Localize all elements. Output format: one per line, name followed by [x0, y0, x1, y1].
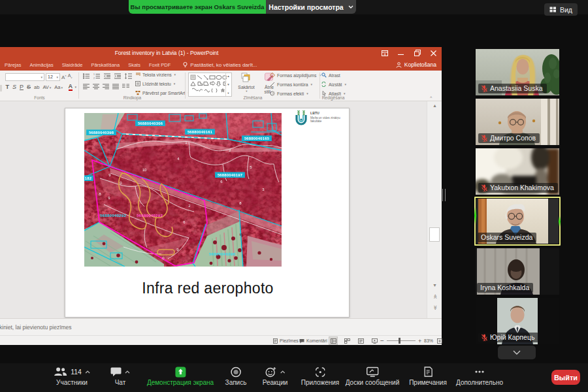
shape-outline-button[interactable]: Formas kontūra▾	[270, 82, 312, 87]
columns-icon[interactable]	[122, 84, 129, 90]
strikethrough-button[interactable]: S	[27, 84, 31, 90]
scrollbar-thumb[interactable]	[429, 227, 440, 242]
grow-font-icon[interactable]: A˄	[61, 73, 67, 81]
shapes-gallery-icons	[190, 74, 227, 97]
font-name-combo[interactable]: ▾	[5, 73, 44, 81]
slide-sorter-icon	[344, 338, 350, 344]
share-button[interactable]: Koplietošana	[396, 59, 436, 71]
participant-tile-iryna[interactable]: Iryna Koshkalda	[476, 248, 559, 295]
slide-canvas[interactable]: LBTU Meža un vides zinātņu fakultāte	[65, 108, 350, 318]
tab-parejas[interactable]: Pārejas	[5, 62, 21, 68]
leave-button[interactable]: Выйти	[551, 370, 580, 385]
font-size-combo[interactable]: 12▾	[46, 73, 60, 81]
align-center-icon[interactable]	[93, 84, 99, 90]
scroll-down-icon[interactable]: ▼	[427, 283, 442, 287]
bullet-list-icon[interactable]	[83, 73, 90, 79]
underline-button[interactable]: P	[20, 84, 24, 90]
close-button[interactable]	[425, 47, 442, 59]
convert-smartart-button[interactable]: Pārvērst par SmartArt▾	[135, 90, 189, 95]
ribbon-display-options-button[interactable]	[376, 47, 393, 59]
zoom-slider-track[interactable]	[387, 340, 416, 341]
arrange-button[interactable]: Sakārtot ▾	[235, 73, 257, 93]
view-button[interactable]: Вид	[544, 3, 578, 16]
increase-indent-icon[interactable]	[114, 73, 122, 79]
shapes-scroll-buttons[interactable]: ▲▼▾	[225, 73, 231, 96]
zoom-level[interactable]: 83%	[424, 336, 433, 346]
zoom-in-button[interactable]: +	[418, 336, 421, 346]
record-button[interactable]: Запись	[225, 365, 247, 386]
slideshow-view-button[interactable]	[370, 336, 379, 345]
svg-text:56880040165: 56880040165	[244, 137, 270, 140]
tab-skats[interactable]: Skats	[128, 62, 140, 68]
share-screen-label: Демонстрация экрана	[147, 379, 214, 386]
view-button-label: Вид	[560, 6, 572, 14]
tab-animacijas[interactable]: Animācijas	[29, 62, 53, 68]
justify-icon[interactable]	[112, 84, 119, 90]
chevron-up-icon[interactable]	[125, 370, 130, 374]
comments-toggle[interactable]: Komentāri	[299, 336, 327, 346]
view-settings-button[interactable]: Настройки просмотра	[266, 0, 356, 14]
shrink-font-icon[interactable]: A˅	[68, 73, 73, 81]
zoom-out-button[interactable]: −	[380, 336, 384, 346]
slide-scrollbar[interactable]: ▲ ▼ ≪ ≫	[427, 101, 442, 318]
chevron-up-icon[interactable]	[85, 370, 90, 374]
replace-button[interactable]: Aizstāt▾	[321, 82, 346, 87]
ppt-window-title: Forest inventory in Latvia (1) - PowerPo…	[0, 47, 333, 59]
line-spacing-icon[interactable]	[125, 73, 133, 79]
shapes-gallery[interactable]: ▲▼▾	[188, 73, 232, 97]
notes-bar[interactable]: kiniet, lai pievienotu piezīmes	[0, 318, 442, 335]
chat-button[interactable]: Чат	[110, 365, 130, 386]
bold-button[interactable]: T	[6, 84, 10, 90]
align-text-label: Līdzināt tekstu	[142, 82, 171, 86]
char-spacing-button[interactable]: AV▾	[42, 84, 51, 90]
ppt-status-bar: Piezīmes Komentāri − + 83%	[0, 335, 442, 345]
tell-me-label: Pastāstiet, ko vēlaties darīt...	[190, 62, 257, 68]
italic-button[interactable]: S	[12, 84, 16, 90]
shadow-button[interactable]: ab	[34, 84, 39, 90]
participant-tile-yakutxon[interactable]: Yakutxon Khakimova	[476, 148, 559, 195]
scroll-up-icon[interactable]: ▲	[427, 103, 442, 108]
font-color-button[interactable]: A	[69, 83, 73, 91]
restore-button[interactable]	[409, 47, 425, 59]
shape-fill-button[interactable]: Formas aizpildījums▾	[270, 73, 321, 78]
align-right-icon[interactable]	[103, 84, 109, 90]
tab-foxit-pdf[interactable]: Foxit PDF	[149, 62, 171, 68]
tab-parskatisana[interactable]: Pārskatīšana	[91, 62, 120, 68]
tell-me-box[interactable]: Pastāstiet, ko vēlaties darīt...	[183, 62, 257, 68]
participant-tile-anastasiia[interactable]: Anastasiia Suska	[476, 49, 559, 95]
change-case-button[interactable]: Aa▾	[54, 84, 63, 90]
whiteboards-button[interactable]: Доски сообщений	[346, 365, 400, 386]
font-color-dropdown[interactable]: ▾	[75, 85, 77, 89]
find-button[interactable]: Atrast	[321, 73, 340, 78]
numbered-list-icon[interactable]: 12	[93, 73, 101, 79]
align-text-button[interactable]: Līdzināt tekstu▾	[135, 81, 175, 86]
participant-tile-dmytro[interactable]: Дмитро Сопов	[476, 99, 559, 145]
reading-view-button[interactable]	[356, 336, 365, 345]
tab-slaidrade[interactable]: Slaidrāde	[62, 62, 83, 68]
active-audio-glow-right	[559, 216, 561, 227]
more-button[interactable]: Дополнительно	[456, 365, 503, 386]
notes-button[interactable]: Примечания	[409, 365, 447, 386]
chevron-up-icon[interactable]	[280, 370, 285, 374]
collapse-ribbon-icon[interactable]: ˄	[430, 95, 433, 99]
next-slide-icon[interactable]: ≫	[433, 301, 438, 316]
panel-resize-handle[interactable]	[442, 189, 446, 201]
slide-title[interactable]: Infra red aerophoto	[65, 280, 350, 297]
notes-toggle[interactable]: Piezīmes	[273, 336, 299, 346]
minimize-button[interactable]	[393, 47, 409, 59]
participants-button[interactable]: 114 Участники	[54, 365, 90, 386]
arrange-label: Sakārtot	[235, 85, 257, 90]
participant-tile-yurii[interactable]: Юрій Карпець	[476, 298, 559, 344]
zoom-slider-thumb[interactable]	[399, 338, 400, 344]
fit-slide-button[interactable]	[435, 336, 444, 345]
text-direction-button[interactable]: Teksta virziens▾	[135, 72, 176, 77]
normal-view-button[interactable]	[329, 336, 338, 345]
chevron-down-icon	[348, 5, 353, 8]
align-left-icon[interactable]	[83, 84, 90, 90]
decrease-indent-icon[interactable]	[104, 73, 111, 79]
apps-button[interactable]: Приложения	[301, 365, 340, 386]
slide-sorter-view-button[interactable]	[342, 336, 351, 345]
collapse-gallery-button[interactable]	[498, 346, 536, 359]
reactions-button[interactable]: Реакции	[263, 365, 288, 386]
share-screen-button[interactable]: Демонстрация экрана	[147, 365, 214, 386]
